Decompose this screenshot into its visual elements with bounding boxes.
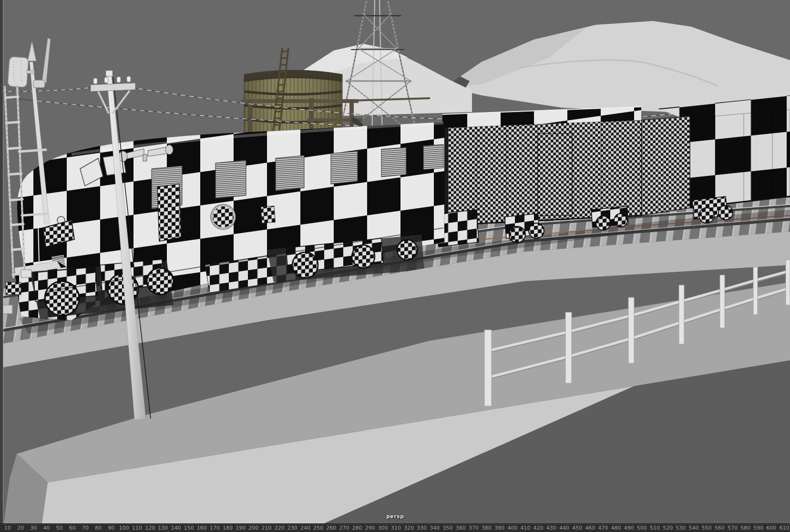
timeline-tick-label: 460 [585,525,595,531]
locomotive-door [157,184,181,241]
timeline-tick-label: 480 [611,525,621,531]
timeline-tick-label: 560 [715,525,725,531]
timeline-tick-label: 270 [339,525,349,531]
timeline-tick-label: 440 [559,525,569,531]
timeline-tick-label: 350 [443,525,453,531]
timeline-tick-label: 410 [521,525,531,531]
timeline-tick-label: 190 [236,525,246,531]
timeline-tick-label: 530 [676,525,686,531]
timeline-tick-label: 90 [108,525,114,531]
timeline-tick-label: 570 [728,525,738,531]
timeline-tick-label: 30 [30,525,37,531]
fence-post [484,330,492,406]
timeline-tick-label: 370 [469,525,479,531]
timeline-tick-label: 400 [507,525,517,531]
timeline-tick-label: 60 [69,525,76,531]
viewport-canvas[interactable] [0,0,790,523]
timeline-tick-label: 80 [95,525,102,531]
timeline-tick-label: 310 [391,525,401,531]
signal-target-board [8,57,29,88]
timeline-tick-label: 500 [637,525,647,531]
timeline-tick-label: 330 [417,525,427,531]
timeline-tick-label: 140 [171,525,181,531]
insulator [93,78,97,84]
timeline-tick-label: 590 [753,525,763,531]
timeline-tick-label: 520 [663,525,673,531]
timeline-tick-label: 470 [598,525,608,531]
timeline-tick-label: 600 [766,525,776,531]
maya-3d-viewport-window: persp y x z 1020304050607080901001101201… [0,0,790,532]
timeline-tick-label: 70 [82,525,89,531]
boxcar-fine-checker[interactable] [436,107,641,247]
timeline-tick-label: 430 [546,525,556,531]
axis-y-label: y [277,506,328,523]
timeline-tick-label: 510 [650,525,660,531]
timeline-tick-label: 240 [300,525,310,531]
timeline-tick-label: 610 [780,525,790,531]
axis-gizmo: y x z [0,491,790,523]
timeline-tick-label: 540 [688,525,698,531]
timeline-tick-label: 340 [430,525,440,531]
timeline-tick-label: 130 [158,525,168,531]
timeline-tick-label: 100 [119,525,129,531]
timeline-tick-label: 220 [275,525,285,531]
timeline-tick-label: 300 [378,525,388,531]
timeline-tick-label: 390 [494,525,504,531]
timeline-tick-label: 110 [132,525,142,531]
timeline-tick-label: 120 [145,525,155,531]
timeline-tick-label: 490 [624,525,634,531]
timeline-tick-label: 40 [43,525,50,531]
viewport-persp[interactable]: persp y x z [0,0,790,523]
timeline-tick-label: 320 [404,525,414,531]
timeline-tick-label: 380 [482,525,492,531]
timeline-scrubber[interactable]: 1020304050607080901001101201301401501601… [0,523,790,532]
water-tower-frame-beam [241,99,359,103]
timeline-tick-label: 200 [248,525,258,531]
checker-crate [6,282,21,295]
timeline-tick-label: 160 [197,525,207,531]
timeline-tick-label: 20 [17,525,24,531]
timeline-tick-label: 170 [210,525,220,531]
timeline-tick-label: 150 [184,525,194,531]
timeline-tick-label: 260 [326,525,336,531]
locomotive-porthole [212,205,235,228]
timeline-tick-label: 210 [262,525,272,531]
timeline-tick-label: 580 [740,525,750,531]
timeline-tick-label: 450 [572,525,582,531]
timeline-tick-label: 250 [313,525,323,531]
timeline-tick-label: 550 [702,525,712,531]
timeline-tick-label: 230 [287,525,298,531]
timeline-tick-label: 360 [456,525,466,531]
timeline-tick-label: 420 [534,525,544,531]
boxcar-end-fine-checker[interactable] [641,116,690,215]
timeline-tick-label: 280 [352,525,362,531]
timeline-tick-label: 50 [56,525,63,531]
timeline-tick-label: 180 [223,525,233,531]
timeline-tick-label: 290 [365,525,375,531]
viewport-left-border [0,0,3,523]
timeline-tick-label: 10 [4,525,11,531]
